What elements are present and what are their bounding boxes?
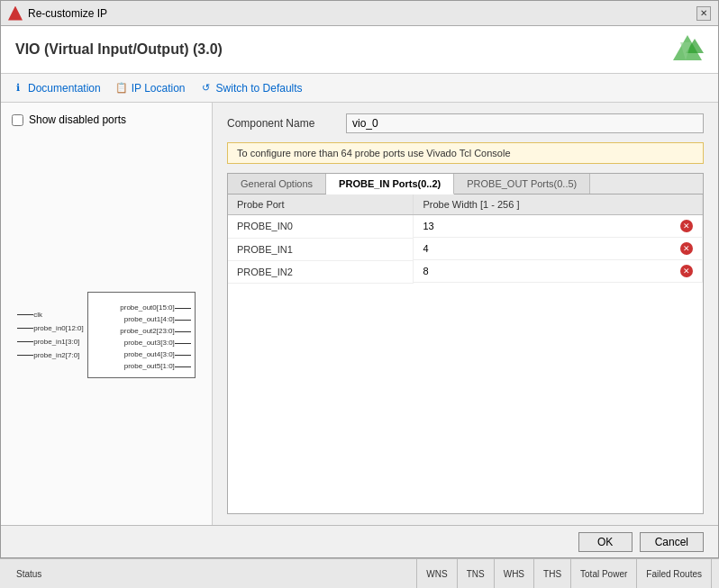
toolbar: ℹ Documentation 📋 IP Location ↺ Switch t… [1, 74, 718, 103]
component-diagram: clk probe_in0[12:0] probe_in1[3:0] [12, 155, 201, 514]
show-disabled-ports-checkbox[interactable] [12, 114, 23, 126]
switch-defaults-button[interactable]: ↺ Switch to Defaults [200, 82, 303, 95]
table-row: PROBE_IN0✕ [228, 215, 703, 239]
left-port-clk: clk [33, 311, 42, 319]
main-content: Show disabled ports clk probe_in0[12:0] [1, 103, 718, 525]
status-cell-wns: WNS [417, 559, 457, 588]
title-bar: Re-customize IP ✕ [1, 1, 718, 26]
wns-label: WNS [426, 569, 447, 579]
tabs-container: General Options PROBE_IN Ports(0..2) PRO… [227, 173, 704, 514]
status-label: Status [16, 569, 41, 579]
documentation-label: Documentation [28, 82, 101, 95]
vivado-logo [671, 33, 704, 66]
status-bar: Status WNS TNS WHS THS Total Power Faile… [0, 558, 719, 588]
left-port-probe-in1: probe_in1[3:0] [33, 338, 79, 346]
right-port-probe-out1: probe_out1[4:0] [124, 315, 175, 323]
delete-row-button-0[interactable]: ✕ [680, 220, 693, 232]
whs-label: WHS [504, 569, 524, 579]
app-title: VIO (Virtual Input/Output) (3.0) [15, 41, 223, 58]
probe-width-cell: ✕ [414, 260, 702, 283]
vio-component-box: probe_out0[15:0] probe_out1[4:0] probe_o… [87, 292, 196, 378]
tns-label: TNS [467, 569, 485, 579]
tab-header: General Options PROBE_IN Ports(0..2) PRO… [228, 174, 703, 194]
probe-width-input-2[interactable] [423, 266, 459, 276]
close-button[interactable]: ✕ [696, 6, 711, 21]
col-header-probe-port: Probe Port [228, 194, 414, 215]
title-bar-left: Re-customize IP [8, 6, 107, 21]
status-cell-whs: WHS [495, 559, 534, 588]
window-icon [8, 6, 23, 21]
table-row: PROBE_IN1✕ [228, 238, 703, 260]
ip-location-label: IP Location [132, 82, 186, 95]
left-panel: Show disabled ports clk probe_in0[12:0] [1, 103, 213, 525]
info-icon: ℹ [12, 82, 24, 95]
probe-port-cell: PROBE_IN2 [228, 260, 414, 283]
component-name-row: Component Name [227, 113, 704, 133]
status-cell-ths: THS [534, 559, 571, 588]
right-port-probe-out3: probe_out3[3:0] [124, 339, 175, 347]
documentation-button[interactable]: ℹ Documentation [12, 82, 101, 95]
component-name-input[interactable] [346, 113, 704, 133]
tab-probe-out-ports[interactable]: PROBE_OUT Ports(0..5) [454, 174, 590, 194]
probe-port-cell: PROBE_IN0 [228, 215, 414, 239]
failed-routes-label: Failed Routes [646, 569, 702, 579]
footer-bar: OK Cancel [1, 525, 718, 557]
ip-location-button[interactable]: 📋 IP Location [115, 82, 186, 95]
col-header-probe-width: Probe Width [1 - 256 ] [414, 194, 703, 215]
table-row: PROBE_IN2✕ [228, 260, 703, 283]
main-window: Re-customize IP ✕ VIO (Virtual Input/Out… [0, 0, 719, 558]
status-cell-status: Status [7, 559, 417, 588]
right-port-probe-out5: probe_out5[1:0] [124, 362, 175, 370]
tab-content-probe-in: Probe Port Probe Width [1 - 256 ] PROBE_… [228, 194, 703, 513]
cancel-button[interactable]: Cancel [640, 532, 704, 552]
status-cell-tns: TNS [458, 559, 495, 588]
ths-label: THS [543, 569, 561, 579]
component-name-label: Component Name [227, 117, 335, 130]
probe-port-cell: PROBE_IN1 [228, 238, 414, 260]
right-panel: Component Name To configure more than 64… [213, 103, 718, 525]
switch-defaults-label: Switch to Defaults [216, 82, 303, 95]
show-disabled-ports-label: Show disabled ports [29, 113, 126, 126]
probe-width-cell: ✕ [414, 215, 702, 238]
right-port-probe-out4: probe_out4[3:0] [124, 350, 175, 358]
probe-table: Probe Port Probe Width [1 - 256 ] PROBE_… [228, 194, 703, 284]
show-disabled-ports-row: Show disabled ports [12, 113, 201, 126]
tab-probe-in-ports[interactable]: PROBE_IN Ports(0..2) [326, 174, 454, 194]
table-header-row: Probe Port Probe Width [1 - 256 ] [228, 194, 703, 215]
probe-width-input-0[interactable] [423, 221, 459, 231]
right-port-probe-out0: probe_out0[15:0] [120, 303, 175, 312]
info-bar: To configure more than 64 probe ports us… [227, 142, 704, 164]
left-port-probe-in2: probe_in2[7:0] [33, 351, 79, 359]
info-message: To configure more than 64 probe ports us… [237, 148, 511, 158]
delete-row-button-1[interactable]: ✕ [680, 242, 693, 255]
app-header: VIO (Virtual Input/Output) (3.0) [1, 26, 718, 74]
refresh-icon: ↺ [200, 82, 213, 95]
location-icon: 📋 [115, 82, 128, 95]
status-cell-total-power: Total Power [571, 559, 637, 588]
probe-width-cell: ✕ [414, 238, 702, 260]
window-title: Re-customize IP [28, 7, 107, 20]
ok-button[interactable]: OK [578, 532, 633, 552]
total-power-label: Total Power [580, 569, 627, 579]
status-cell-failed-routes: Failed Routes [637, 559, 712, 588]
right-port-probe-out2: probe_out2[23:0] [120, 327, 175, 335]
left-port-probe-in0: probe_in0[12:0] [33, 324, 84, 332]
probe-width-input-1[interactable] [423, 243, 459, 254]
delete-row-button-2[interactable]: ✕ [680, 265, 693, 277]
tab-general-options[interactable]: General Options [228, 174, 326, 194]
